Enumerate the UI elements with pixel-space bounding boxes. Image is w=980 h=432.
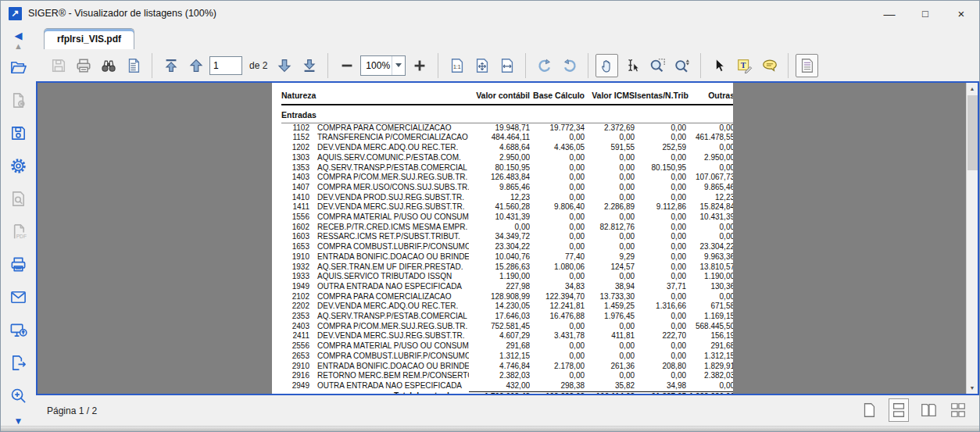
rotate-clockwise-button[interactable] [533,54,556,77]
table-row: 1411DEV.VENDA MERC.SUJ.REG.SUBST.TR.41.5… [281,202,733,212]
page-layout-buttons [859,398,968,422]
nature-description: COMPRA COMBUST.LUBRIF.P/CONSUMO [309,242,469,252]
amount-cell: 0,00 [585,341,635,352]
table-row: 1102COMPRA PARA COMERCIALIZACAO19.948,71… [281,123,733,133]
amount-cell: 1.976,45 [585,312,635,322]
arrow-down-icon [276,57,293,74]
nature-description: AQUIS.SERVICO TRIBUTADO ISSQN [309,272,469,282]
amount-cell: 37,71 [635,282,686,292]
nature-description: RETORNO MERC.BEM REM.P/CONSERTO [309,371,469,381]
text-select-cursor-icon [624,57,641,74]
total-amount-cell: 106.114,68 [585,391,635,394]
table-row: 1933AQUIS.SERVICO TRIBUTADO ISSQN1.190,0… [281,272,733,282]
table-row: 1932AQ.SER.TRAN.EM UF DIFER.PRESTAD.15.2… [281,262,733,273]
pointer-tool-button[interactable] [708,54,731,77]
next-page-button[interactable] [273,54,295,77]
settings-button[interactable] [6,153,31,178]
nature-description: COMPRA MER.USO/CONS.SUJ.SUBS.TR. [309,183,469,193]
amount-cell: 23.304,22 [686,242,733,252]
amount-cell: 0,00 [530,322,585,332]
chevron-down-icon[interactable] [392,56,405,75]
publish-button[interactable] [6,317,31,342]
amount-cell: 1.829,91 [686,362,733,372]
magnifier-marquee-icon [649,57,666,74]
zoom-out-button[interactable] [335,54,358,77]
amount-cell: 252,59 [635,143,686,153]
binoculars-icon [100,57,117,74]
fit-width-button[interactable] [495,54,518,77]
amount-cell: 461.478,55 [686,133,733,143]
previous-page-button[interactable] [184,54,207,77]
close-button[interactable]: × [943,1,979,26]
amount-cell: 80.150,95 [635,163,686,173]
amount-cell: 107.067,73 [686,173,733,183]
pdf-page[interactable]: NaturezaValor contábilBase CálculoValor … [272,83,733,394]
zoom-marquee-button[interactable] [646,54,668,77]
table-row: 2411DEV.VENDA MERC.SUJ.REG.SUBST.TR.4.60… [281,331,733,341]
amount-cell: 752.581,45 [469,322,530,332]
zoom-in-button[interactable] [408,54,431,77]
document-viewport[interactable]: NaturezaValor contábilBase CálculoValor … [36,81,979,395]
amount-cell: 130,36 [686,282,733,292]
print-sidebar-button[interactable] [6,252,31,277]
zoom-level-combobox[interactable]: 100% [360,55,406,76]
continuous-facing-layout-button[interactable] [948,398,968,422]
comment-button[interactable] [758,54,781,77]
magnifier-dynamic-icon [674,57,691,74]
column-header: Natureza [281,88,469,105]
toggle-annotations-button[interactable] [796,54,818,77]
scrollbar-down-icon[interactable]: ▼ [967,382,978,394]
scrollbar-thumb[interactable] [967,95,978,170]
zoom-dynamic-button[interactable] [671,54,693,77]
open-file-button[interactable] [6,55,31,80]
vertical-scrollbar[interactable]: ▲ ▼ [966,83,978,394]
text-annotation-button[interactable]: T [733,54,756,77]
annotated-document-icon [799,57,816,74]
rotate-counterclockwise-button[interactable] [558,54,581,77]
amount-cell: 0,00 [530,223,585,233]
save-file-button[interactable] [6,120,31,145]
amount-cell: 0,00 [585,153,635,163]
zoom-sidebar-button[interactable] [6,383,31,408]
amount-cell: 0,00 [585,371,635,381]
file-search-icon [9,190,27,208]
export-file-button[interactable] [6,350,31,375]
document-pages-icon [125,57,142,74]
collapse-sidebar-icon[interactable]: ◀ [15,30,23,41]
hand-icon [599,57,616,74]
nature-description: COMPRA MATERIAL P/USO OU CONSUMO [309,212,469,223]
continuous-layout-button[interactable] [889,398,909,422]
page-number-input[interactable] [209,56,242,75]
sidebar-scroll-up-icon[interactable]: ▲ [14,42,23,51]
actual-size-button[interactable]: 1:1 [445,54,468,77]
nature-code: 1403 [281,173,309,183]
page-thumbnails-button[interactable] [122,54,145,77]
scrollbar-up-icon[interactable]: ▲ [967,83,978,95]
maximize-button[interactable]: □ [907,1,943,26]
table-row: 2916RETORNO MERC.BEM REM.P/CONSERTO2.382… [281,371,733,381]
sidebar-scroll-down-icon[interactable]: ▼ [1,416,36,427]
hand-tool-button[interactable] [596,54,618,77]
report-table-body: Entradas1102COMPRA PARA COMERCIALIZACAO1… [281,105,733,394]
print-toolbar-button[interactable] [72,54,95,77]
email-button[interactable] [6,284,31,309]
last-page-button[interactable] [298,54,320,77]
nature-code: 2949 [281,381,309,391]
nature-code: 2411 [281,331,309,341]
table-row: 1353AQ.SERV.TRANSP.P/ESTAB.COMERCIAL80.1… [281,163,733,173]
nature-code: 1152 [281,133,309,143]
table-row: 2102COMPRA PARA COMERCIALIZACAO128.908,9… [281,292,733,302]
tab-rfplrsi-vis-pdf[interactable]: rfplrsi_VIS.pdf [44,28,134,49]
amount-cell: 0,00 [635,242,686,252]
facing-layout-button[interactable] [918,398,939,422]
find-button[interactable] [97,54,120,77]
first-page-button[interactable] [159,54,182,77]
amount-cell: 4.436,05 [530,143,585,153]
amount-cell: 0,00 [635,371,686,381]
fit-page-button[interactable] [470,54,493,77]
single-page-layout-button[interactable] [859,398,879,422]
amount-cell: 13.810,57 [686,262,733,273]
minimize-button[interactable]: — [871,1,907,26]
save-icon [50,57,67,74]
select-text-button[interactable] [621,54,643,77]
